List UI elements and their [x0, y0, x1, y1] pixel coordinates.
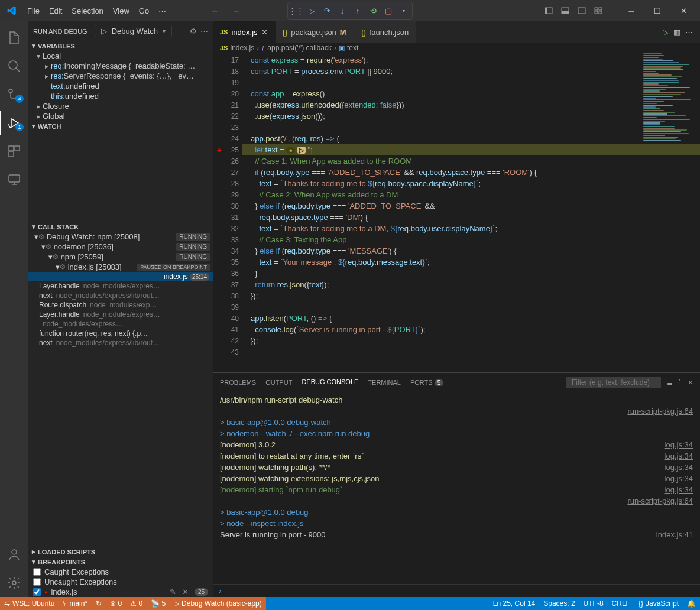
code-area[interactable]: const express = require('express');const…: [242, 53, 700, 372]
maximize-button[interactable]: ☐: [646, 1, 669, 20]
tab-overflow-icon[interactable]: ⋯: [685, 28, 693, 37]
menu-edit[interactable]: Edit: [44, 7, 67, 15]
console-prompt[interactable]: ›: [213, 584, 700, 597]
stack-frame[interactable]: Layer.handlenode_modules/expres…: [28, 281, 213, 291]
close-panel-icon[interactable]: ✕: [688, 379, 693, 387]
bp-uncaught[interactable]: Uncaught Exceptions: [28, 577, 213, 587]
run-debug-icon[interactable]: 1: [0, 109, 28, 137]
bp-checkbox[interactable]: [33, 588, 41, 596]
layout-right-icon[interactable]: [575, 4, 589, 18]
clear-console-icon[interactable]: ≣: [667, 379, 672, 387]
menu-overflow-icon[interactable]: ⋯: [154, 7, 171, 15]
tab-launch-json[interactable]: {}launch.json: [354, 21, 416, 43]
explorer-icon[interactable]: [0, 24, 28, 52]
tab-output[interactable]: OUTPUT: [265, 379, 292, 386]
menu-file[interactable]: File: [22, 7, 44, 15]
settings-gear-icon[interactable]: [0, 569, 28, 597]
source-control-icon[interactable]: 4: [0, 80, 28, 109]
scope-global[interactable]: ▸Global: [28, 111, 213, 121]
menu-go[interactable]: Go: [134, 7, 154, 15]
menu-selection[interactable]: Selection: [67, 7, 108, 15]
bp-file[interactable]: ●index.js ✎ ✕ 25: [28, 587, 213, 597]
sync-indicator[interactable]: ↻: [92, 599, 106, 608]
bp-checkbox[interactable]: [33, 568, 41, 576]
step-out-icon[interactable]: ↑: [351, 4, 365, 18]
stack-frame[interactable]: node_modules/express…: [28, 319, 213, 329]
var-row[interactable]: ▸res: ServerResponse {_events: {…}, _ev…: [28, 71, 213, 81]
remote-explorer-icon[interactable]: [0, 166, 28, 194]
split-editor-icon[interactable]: ▥: [673, 28, 680, 37]
scope-closure[interactable]: ▸Closure: [28, 101, 213, 111]
tab-ports[interactable]: PORTS 5: [410, 379, 443, 386]
debug-overflow-icon[interactable]: ▾: [397, 4, 411, 18]
var-row[interactable]: this: undefined: [28, 91, 213, 101]
search-icon[interactable]: [0, 52, 28, 80]
forward-icon[interactable]: →: [228, 2, 244, 19]
ports-indicator[interactable]: 📡 5: [147, 599, 170, 608]
tab-problems[interactable]: PROBLEMS: [220, 379, 256, 386]
back-icon[interactable]: ←: [206, 2, 223, 19]
var-row[interactable]: ▸req: IncomingMessage {_readableState: …: [28, 61, 213, 71]
remove-icon[interactable]: ✕: [182, 588, 189, 596]
variables-header[interactable]: ▾VARIABLES: [28, 41, 213, 51]
watch-header[interactable]: ▾WATCH: [28, 121, 213, 131]
launch-config-select[interactable]: ▷ Debug Watch ▾: [95, 25, 172, 37]
close-icon[interactable]: ✕: [261, 28, 268, 37]
errors-indicator[interactable]: ⊗ 0: [106, 599, 126, 608]
breakpoints-header[interactable]: ▾BREAKPOINTS: [28, 557, 213, 567]
callstack-header[interactable]: ▾CALL STACK: [28, 222, 213, 232]
layout-customize-icon[interactable]: [591, 4, 605, 18]
step-into-icon[interactable]: ↓: [335, 4, 349, 18]
debug-console[interactable]: /usr/bin/npm run-script debug-watchrun-s…: [213, 392, 700, 584]
cs-npm[interactable]: ▾⚙ npm [25059]RUNNING: [28, 252, 213, 262]
menu-view[interactable]: View: [108, 7, 134, 15]
configure-icon[interactable]: ⚙: [190, 27, 197, 35]
loaded-scripts-header[interactable]: ▸LOADED SCRIPTS: [28, 547, 213, 557]
stack-frame[interactable]: index.js 25:14: [28, 272, 213, 281]
scope-local[interactable]: ▾Local: [28, 51, 213, 61]
maximize-panel-icon[interactable]: ˄: [678, 379, 682, 387]
indent-indicator[interactable]: Spaces: 2: [539, 599, 579, 608]
restart-icon[interactable]: ⟲: [366, 4, 380, 18]
close-button[interactable]: ✕: [672, 1, 695, 20]
stack-frame[interactable]: nextnode_modules/express/lib/rout…: [28, 338, 213, 348]
branch-indicator[interactable]: ⑂ main*: [59, 599, 92, 608]
bp-checkbox[interactable]: [33, 578, 41, 586]
tab-debug-console[interactable]: DEBUG CONSOLE: [302, 378, 358, 387]
var-row[interactable]: text: undefined: [28, 81, 213, 91]
accounts-icon[interactable]: [0, 540, 28, 569]
warnings-indicator[interactable]: ⚠ 0: [126, 599, 147, 608]
tab-index-js[interactable]: JSindex.js✕: [213, 21, 276, 43]
encoding-indicator[interactable]: UTF-8: [579, 599, 608, 608]
console-filter-input[interactable]: [566, 377, 661, 388]
step-over-icon[interactable]: ↷: [320, 4, 334, 18]
stop-icon[interactable]: ▢: [381, 4, 396, 18]
grip-icon[interactable]: ⋮⋮: [289, 4, 303, 18]
tab-terminal[interactable]: TERMINAL: [368, 379, 401, 386]
run-icon[interactable]: ▷: [663, 28, 669, 37]
cs-session-root[interactable]: ▾⚙ Debug Watch: npm [25008]RUNNING: [28, 232, 213, 242]
extensions-icon[interactable]: [0, 137, 28, 166]
overflow-icon[interactable]: ⋯: [200, 27, 208, 35]
continue-icon[interactable]: ▷: [304, 4, 319, 18]
language-indicator[interactable]: {} JavaScript: [634, 599, 683, 608]
layout-bottom-icon[interactable]: [558, 4, 572, 18]
breadcrumb[interactable]: JS index.js › ƒ app.post('/') callback ›…: [213, 43, 700, 53]
cs-nodemon[interactable]: ▾⚙ nodemon [25036]RUNNING: [28, 242, 213, 252]
stack-frame[interactable]: Layer.handlenode_modules/expres…: [28, 310, 213, 319]
tab-package-json[interactable]: {}package.jsonM: [276, 21, 354, 43]
bp-caught[interactable]: Caught Exceptions: [28, 567, 213, 577]
remote-indicator[interactable]: ⇋ WSL: Ubuntu: [0, 599, 59, 608]
stack-frame[interactable]: Route.dispatchnode_modules/exp…: [28, 300, 213, 310]
editor[interactable]: 1718192021222324◉25262728293031323334353…: [213, 53, 700, 372]
notifications-icon[interactable]: 🔔: [683, 599, 700, 608]
minimize-button[interactable]: ─: [620, 1, 643, 20]
stack-frame[interactable]: nextnode_modules/express/lib/rout…: [28, 291, 213, 300]
eol-indicator[interactable]: CRLF: [608, 599, 634, 608]
layout-left-icon[interactable]: [542, 4, 556, 18]
cs-index[interactable]: ▾⚙ index.js [25083]PAUSED ON BREAKPOINT: [28, 262, 213, 272]
debug-indicator[interactable]: ▷ Debug Watch (basic-app): [170, 599, 266, 608]
edit-icon[interactable]: ✎: [170, 588, 176, 596]
stack-frame[interactable]: function router(req, res, next) {.p…: [28, 329, 213, 338]
cursor-pos[interactable]: Ln 25, Col 14: [489, 599, 539, 608]
